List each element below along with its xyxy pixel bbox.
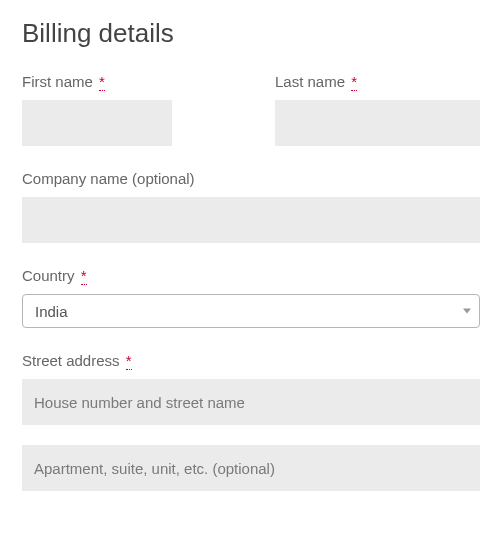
company-field: Company name (optional) <box>22 170 480 243</box>
first-name-field: First name * <box>22 73 227 146</box>
last-name-label-text: Last name <box>275 73 345 90</box>
required-marker: * <box>351 73 357 91</box>
street-label-text: Street address <box>22 352 120 369</box>
street-field: Street address * <box>22 352 480 491</box>
last-name-input[interactable] <box>275 100 480 146</box>
first-name-input[interactable] <box>22 100 172 146</box>
company-input[interactable] <box>22 197 480 243</box>
first-name-label: First name * <box>22 73 227 90</box>
country-label: Country * <box>22 267 480 284</box>
country-select-value: India <box>35 303 68 320</box>
required-marker: * <box>81 267 87 285</box>
name-row: First name * Last name * <box>22 73 480 146</box>
street-label: Street address * <box>22 352 480 369</box>
street-address-2-input[interactable] <box>22 445 480 491</box>
chevron-down-icon <box>463 309 471 314</box>
last-name-field: Last name * <box>275 73 480 146</box>
country-select[interactable]: India <box>22 294 480 328</box>
country-label-text: Country <box>22 267 75 284</box>
street-address-1-input[interactable] <box>22 379 480 425</box>
required-marker: * <box>126 352 132 370</box>
first-name-label-text: First name <box>22 73 93 90</box>
company-label: Company name (optional) <box>22 170 480 187</box>
last-name-label: Last name * <box>275 73 480 90</box>
required-marker: * <box>99 73 105 91</box>
country-field: Country * India <box>22 267 480 328</box>
page-title: Billing details <box>22 18 480 49</box>
